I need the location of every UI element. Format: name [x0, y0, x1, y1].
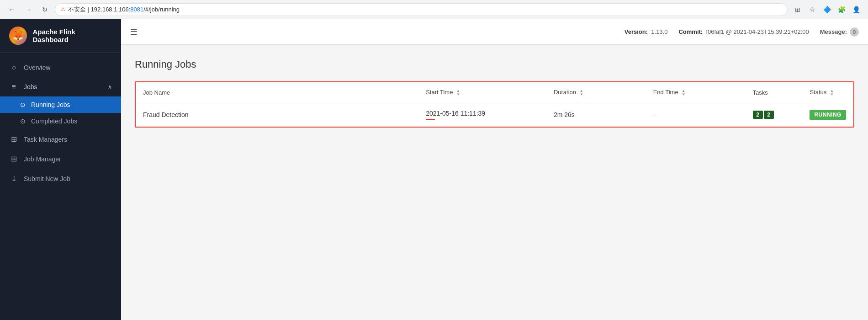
- col-duration[interactable]: Duration ▲▼: [546, 82, 646, 103]
- sidebar: 🦊 Apache Flink Dashboard ○ Overview ≡ Jo…: [0, 19, 121, 320]
- app-container: 🦊 Apache Flink Dashboard ○ Overview ≡ Jo…: [0, 19, 868, 320]
- bookmark-button[interactable]: ☆: [806, 3, 819, 16]
- col-start-time-label: Start Time: [426, 89, 453, 96]
- end-time-cell: -: [646, 103, 746, 126]
- version-info: Version: 1.13.0: [625, 28, 668, 35]
- status-badge: RUNNING: [810, 110, 846, 120]
- sidebar-item-submit-new-job[interactable]: ⤓ Submit New Job: [0, 169, 121, 188]
- sidebar-nav: ○ Overview ≡ Jobs ∧ ⊙ Running Jobs ⊙ Com…: [0, 53, 121, 320]
- status-cell: RUNNING: [802, 103, 853, 126]
- extensions-button[interactable]: 🧩: [835, 3, 848, 16]
- col-tasks-label: Tasks: [753, 89, 768, 96]
- running-jobs-table: Job Name Start Time ▲▼ Duration ▲▼: [136, 82, 853, 127]
- sidebar-item-overview[interactable]: ○ Overview: [0, 58, 121, 77]
- completed-jobs-icon: ⊙: [20, 117, 26, 125]
- sidebar-item-label: Running Jobs: [31, 101, 70, 108]
- job-manager-icon: ⊞: [9, 155, 18, 163]
- table-header: Job Name Start Time ▲▼ Duration ▲▼: [136, 82, 853, 103]
- sidebar-item-label: Overview: [24, 64, 112, 71]
- chevron-up-icon: ∧: [108, 84, 112, 90]
- sidebar-item-completed-jobs[interactable]: ⊙ Completed Jobs: [0, 113, 121, 129]
- logo-icon: 🦊: [9, 27, 27, 45]
- main-content: ☰ Version: 1.13.0 Commit: f06faf1 @ 2021…: [121, 19, 868, 320]
- sidebar-item-task-managers[interactable]: ⊞ Task Managers: [0, 129, 121, 149]
- sidebar-item-label: Submit New Job: [24, 175, 112, 182]
- jobs-table-container: Job Name Start Time ▲▼ Duration ▲▼: [135, 81, 854, 128]
- sort-icon: ▲▼: [682, 89, 685, 96]
- sidebar-logo: 🦊 Apache Flink Dashboard: [0, 19, 121, 53]
- start-time-cell: 2021-05-16 11:11:39: [418, 103, 546, 126]
- tasks-cell: 2 2: [746, 103, 803, 126]
- jobs-icon: ≡: [9, 83, 18, 91]
- job-name-value: Fraud Detection: [143, 111, 189, 118]
- forward-button[interactable]: →: [22, 3, 35, 16]
- duration-value: 2m 26s: [554, 111, 575, 118]
- commit-label: Commit:: [678, 28, 703, 35]
- page-title: Running Jobs: [135, 59, 854, 70]
- flink-ext-button[interactable]: 🔷: [820, 3, 833, 16]
- start-time-value: 2021-05-16 11:11:39: [426, 110, 485, 117]
- reload-button[interactable]: ↻: [38, 3, 51, 16]
- top-header: ☰ Version: 1.13.0 Commit: f06faf1 @ 2021…: [121, 19, 868, 45]
- url-text: 不安全 | 192.168.1.106:8081/#/job/running: [68, 5, 180, 14]
- col-status-label: Status: [810, 89, 826, 96]
- col-tasks[interactable]: Tasks: [746, 82, 803, 103]
- commit-value: f06faf1 @ 2021-04-23T15:39:21+02:00: [706, 28, 809, 35]
- sidebar-item-label: Job Manager: [24, 155, 112, 163]
- browser-chrome: ← → ↻ ⚠ 不安全 | 192.168.1.106:8081/#/job/r…: [0, 0, 868, 19]
- sidebar-item-label: Task Managers: [24, 136, 112, 143]
- duration-cell: 2m 26s: [546, 103, 646, 126]
- version-label: Version:: [625, 28, 648, 35]
- running-jobs-icon: ⊙: [20, 101, 26, 108]
- overview-icon: ○: [9, 64, 18, 72]
- message-count: 0: [850, 27, 859, 37]
- sort-icon: ▲▼: [580, 89, 583, 96]
- browser-actions: ⊞ ☆ 🔷 🧩 👤: [791, 3, 863, 16]
- col-status[interactable]: Status ▲▼: [802, 82, 853, 103]
- header-meta: Version: 1.13.0 Commit: f06faf1 @ 2021-0…: [625, 27, 859, 37]
- sort-active-indicator: [426, 119, 435, 120]
- message-label: Message:: [820, 28, 847, 35]
- sort-icon: ▲▼: [830, 89, 834, 96]
- task-managers-icon: ⊞: [9, 135, 18, 144]
- tasks-badges: 2 2: [753, 111, 795, 119]
- end-time-value: -: [653, 111, 656, 118]
- sidebar-item-jobs[interactable]: ≡ Jobs ∧: [0, 77, 121, 96]
- table-body: Fraud Detection 2021-05-16 11:11:39 2m 2…: [136, 103, 853, 126]
- commit-info: Commit: f06faf1 @ 2021-04-23T15:39:21+02…: [678, 28, 809, 35]
- col-start-time[interactable]: Start Time ▲▼: [418, 82, 546, 103]
- translate-button[interactable]: ⊞: [791, 3, 804, 16]
- page-content: Running Jobs Job Name Start Time ▲▼: [121, 45, 868, 320]
- sidebar-item-label: Completed Jobs: [31, 117, 77, 125]
- hamburger-button[interactable]: ☰: [130, 27, 138, 37]
- job-name-cell: Fraud Detection: [136, 103, 418, 126]
- message-badge: Message: 0: [820, 27, 859, 37]
- logo-text: Apache Flink Dashboard: [32, 28, 112, 43]
- sidebar-item-job-manager[interactable]: ⊞ Job Manager: [0, 149, 121, 169]
- col-end-time[interactable]: End Time ▲▼: [646, 82, 746, 103]
- col-duration-label: Duration: [554, 89, 576, 96]
- task-badge-total: 2: [753, 111, 763, 119]
- submit-icon: ⤓: [9, 174, 18, 183]
- back-button[interactable]: ←: [5, 3, 18, 16]
- address-bar[interactable]: ⚠ 不安全 | 192.168.1.106:8081/#/job/running: [55, 3, 788, 16]
- sidebar-item-running-jobs[interactable]: ⊙ Running Jobs: [0, 96, 121, 113]
- col-job-name-label: Job Name: [143, 89, 170, 96]
- task-badge-running: 2: [764, 111, 774, 119]
- table-row[interactable]: Fraud Detection 2021-05-16 11:11:39 2m 2…: [136, 103, 853, 126]
- version-value: 1.13.0: [651, 28, 667, 35]
- security-icon: ⚠: [61, 6, 65, 12]
- sort-icon: ▲▼: [456, 89, 460, 96]
- profile-button[interactable]: 👤: [850, 3, 863, 16]
- col-end-time-label: End Time: [653, 89, 678, 96]
- sidebar-item-label: Jobs: [24, 83, 102, 91]
- col-job-name[interactable]: Job Name: [136, 82, 418, 103]
